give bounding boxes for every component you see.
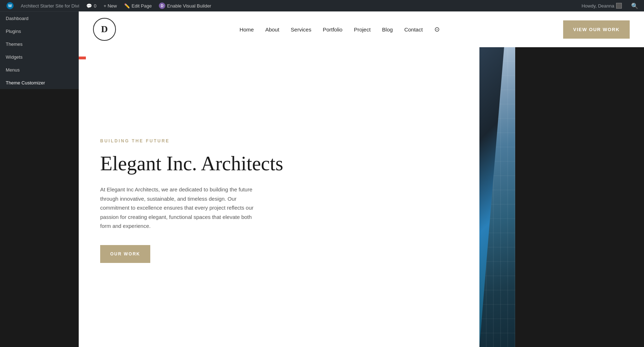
theme-customizer-label: Theme Customizer xyxy=(6,80,45,85)
themes-label: Themes xyxy=(6,41,23,47)
comment-count: 0 xyxy=(94,3,96,9)
view-work-button[interactable]: VIEW OUR WORK xyxy=(563,20,630,39)
building-facade xyxy=(479,47,644,347)
hero-description: At Elegant Inc Architects, we are dedica… xyxy=(100,185,258,231)
logo-letter: D xyxy=(101,24,108,35)
dropdown-plugins[interactable]: Plugins xyxy=(0,25,79,38)
nav-about[interactable]: About xyxy=(265,26,279,33)
site-title: Architect Starter Site for Divi xyxy=(21,3,79,9)
nav-home[interactable]: Home xyxy=(239,26,254,33)
nav-services[interactable]: Services xyxy=(291,26,312,33)
dropdown-menus[interactable]: Menus xyxy=(0,63,79,76)
nav-blog[interactable]: Blog xyxy=(382,26,393,33)
view-work-label: VIEW OUR WORK xyxy=(573,27,620,32)
divi-icon: D xyxy=(159,3,165,9)
nav-portfolio[interactable]: Portfolio xyxy=(323,26,342,33)
menus-label: Menus xyxy=(6,67,20,73)
nav-search-icon[interactable]: ⊙ xyxy=(434,25,440,33)
new-item[interactable]: + New xyxy=(100,0,121,11)
hero-left: BUILDING THE FUTURE Elegant Inc. Archite… xyxy=(79,47,479,347)
new-label: + New xyxy=(104,3,117,9)
widgets-label: Widgets xyxy=(6,54,23,60)
edit-icon: ✏️ xyxy=(124,3,130,9)
website-area: D Home About Services Portfolio Project … xyxy=(79,11,644,347)
plugins-label: Plugins xyxy=(6,29,21,34)
wp-logo-icon: W xyxy=(6,2,14,9)
site-logo: D xyxy=(93,18,116,41)
dropdown-theme-customizer[interactable]: Theme Customizer xyxy=(0,76,79,89)
enable-vb-label: Enable Visual Builder xyxy=(167,3,211,9)
edit-page-label: Edit Page xyxy=(132,3,152,9)
dropdown-themes[interactable]: Themes xyxy=(0,38,79,50)
user-avatar xyxy=(616,3,622,9)
hero-title: Elegant Inc. Architects xyxy=(100,152,458,175)
comments-item[interactable]: 💬 0 xyxy=(83,0,100,11)
howdy-text: Howdy, Deanna xyxy=(581,3,614,9)
comment-icon: 💬 xyxy=(86,3,92,9)
site-logo-area: D xyxy=(93,18,116,41)
our-work-button[interactable]: OUR WORK xyxy=(100,245,150,263)
appearance-dropdown: Dashboard Plugins Themes Widgets Menus T… xyxy=(0,11,79,89)
nav-project[interactable]: Project xyxy=(354,26,371,33)
dropdown-widgets[interactable]: Widgets xyxy=(0,50,79,63)
admin-bar: W Architect Starter Site for Divi 💬 0 + … xyxy=(0,0,644,11)
site-nav: Home About Services Portfolio Project Bl… xyxy=(239,25,439,33)
site-name-item[interactable]: Architect Starter Site for Divi xyxy=(17,0,83,11)
wp-logo-item[interactable]: W xyxy=(3,0,17,11)
edit-page-item[interactable]: ✏️ Edit Page xyxy=(121,0,155,11)
dropdown-dashboard[interactable]: Dashboard xyxy=(0,12,79,25)
enable-vb-item[interactable]: D Enable Visual Builder xyxy=(155,0,215,11)
site-header: D Home About Services Portfolio Project … xyxy=(79,11,644,47)
nav-contact[interactable]: Contact xyxy=(404,26,423,33)
hero-right xyxy=(479,47,644,347)
hero-section: BUILDING THE FUTURE Elegant Inc. Archite… xyxy=(79,47,644,347)
hero-subtitle: BUILDING THE FUTURE xyxy=(100,138,458,143)
our-work-label: OUR WORK xyxy=(110,251,140,256)
admin-search-icon[interactable]: 🔍 xyxy=(628,3,641,9)
howdy-item[interactable]: Howdy, Deanna xyxy=(578,0,625,11)
building-image xyxy=(479,47,644,347)
dashboard-label: Dashboard xyxy=(6,16,29,21)
